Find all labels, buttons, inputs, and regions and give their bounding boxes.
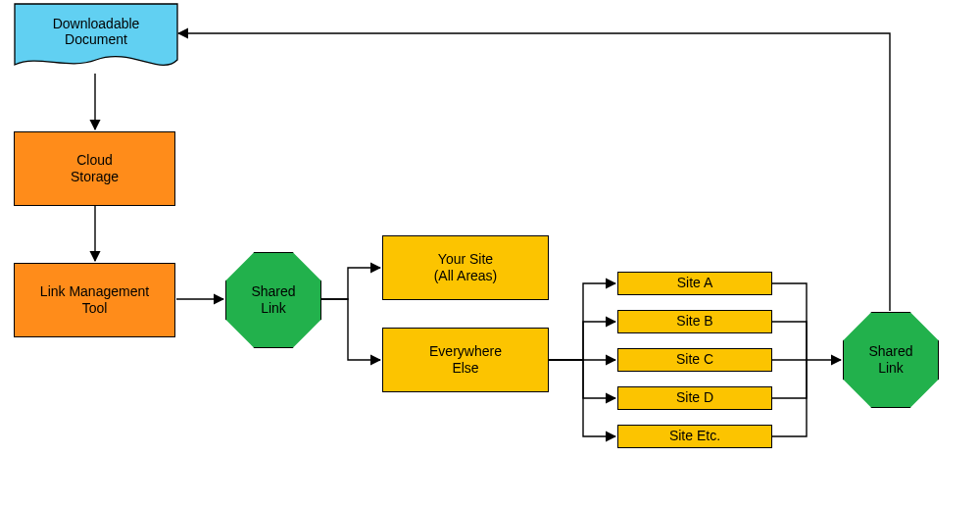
site-etc-node: Site Etc. — [617, 425, 772, 448]
shared-link-1-node: SharedLink — [225, 252, 321, 348]
link-tool-label: Link ManagementTool — [40, 283, 149, 318]
flowchart-canvas: DownloadableDocument CloudStorage Link M… — [0, 0, 980, 509]
site-c-node: Site C — [617, 348, 772, 372]
site-b-label: Site B — [676, 313, 712, 331]
cloud-storage-node: CloudStorage — [14, 131, 175, 206]
shared-link-2-node: SharedLink — [843, 312, 939, 408]
shared-link-2-label: SharedLink — [868, 343, 912, 378]
your-site-node: Your Site(All Areas) — [382, 235, 549, 300]
link-tool-node: Link ManagementTool — [14, 263, 175, 337]
site-etc-label: Site Etc. — [669, 428, 720, 445]
your-site-label: Your Site(All Areas) — [434, 251, 498, 285]
everywhere-else-node: EverywhereElse — [382, 328, 549, 392]
site-a-node: Site A — [617, 272, 772, 295]
site-d-node: Site D — [617, 386, 772, 410]
cloud-storage-label: CloudStorage — [71, 152, 119, 186]
site-b-node: Site B — [617, 310, 772, 333]
shared-link-1-label: SharedLink — [251, 283, 295, 318]
site-d-label: Site D — [676, 389, 713, 407]
document-label: DownloadableDocument — [14, 8, 178, 55]
everywhere-else-label: EverywhereElse — [429, 343, 502, 378]
site-c-label: Site C — [676, 351, 713, 369]
site-a-label: Site A — [677, 275, 713, 292]
